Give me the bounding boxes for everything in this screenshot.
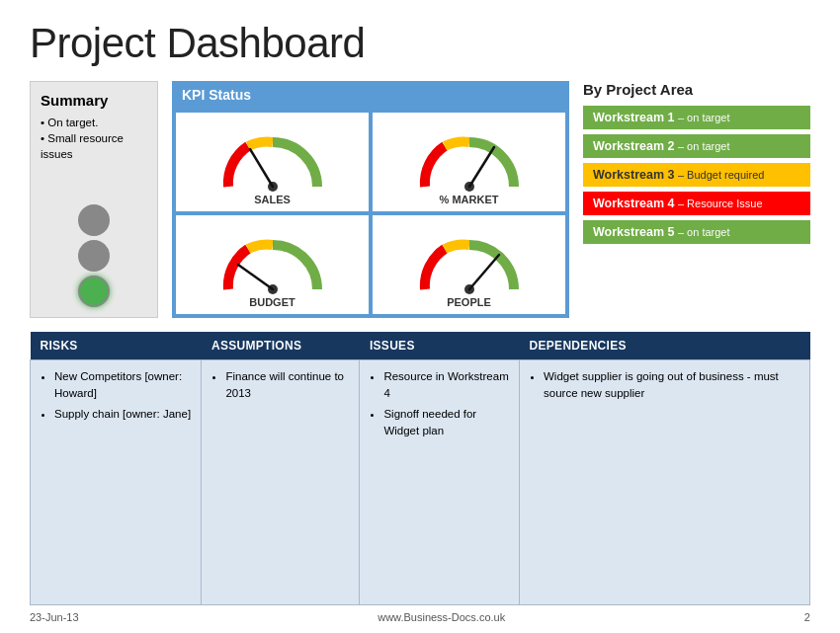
footer: 23-Jun-13 www.Business-Docs.co.uk 2 xyxy=(30,605,810,623)
summary-box: Summary • On target. • Small resource is… xyxy=(30,81,158,318)
footer-website: www.Business-Docs.co.uk xyxy=(378,611,505,623)
table-row: New Competitors [owner: Howard] Supply c… xyxy=(31,360,810,605)
ws3-status: – Budget required xyxy=(678,169,764,181)
ws5-name: Workstream 5 xyxy=(593,225,678,239)
ws3-name: Workstream 3 xyxy=(593,168,678,182)
gauge-budget-svg xyxy=(218,230,327,294)
traffic-light xyxy=(41,204,147,307)
gauge-people-svg xyxy=(415,230,524,294)
ws4-name: Workstream 4 xyxy=(593,197,678,210)
kpi-box: KPI Status SALES xyxy=(172,81,569,318)
project-area-box: By Project Area Workstream 1 – on target… xyxy=(583,81,810,318)
ws1-name: Workstream 1 xyxy=(593,111,678,124)
gauge-market-svg xyxy=(415,127,524,192)
workstream-4: Workstream 4 – Resource Issue xyxy=(583,192,810,215)
traffic-light-green xyxy=(78,276,110,307)
ws1-status: – on target xyxy=(678,112,730,123)
gauge-sales: SALES xyxy=(176,113,369,211)
th-risks: RISKS xyxy=(31,332,202,360)
traffic-light-red xyxy=(78,204,110,236)
svg-line-7 xyxy=(469,255,499,289)
footer-date: 23-Jun-13 xyxy=(30,611,79,623)
ws2-name: Workstream 2 xyxy=(593,139,678,153)
footer-page: 2 xyxy=(804,611,810,623)
td-risks: New Competitors [owner: Howard] Supply c… xyxy=(31,360,202,605)
traffic-light-yellow xyxy=(78,240,110,272)
th-assumptions: ASSUMPTIONS xyxy=(202,332,360,360)
workstream-3: Workstream 3 – Budget required xyxy=(583,163,810,187)
workstream-list: Workstream 1 – on target Workstream 2 – … xyxy=(583,106,810,244)
page: Project Dashboard Summary • On target. •… xyxy=(0,0,840,633)
th-dependencies: DEPENDENCIES xyxy=(520,332,810,360)
project-area-title: By Project Area xyxy=(583,81,810,98)
svg-line-1 xyxy=(250,149,273,187)
gauge-market: % MARKET xyxy=(373,113,565,211)
bottom-table: RISKS ASSUMPTIONS ISSUES DEPENDENCIES Ne… xyxy=(30,332,810,605)
summary-title: Summary xyxy=(41,92,147,109)
gauge-people: PEOPLE xyxy=(373,215,565,314)
gauge-market-label: % MARKET xyxy=(440,194,499,205)
page-title: Project Dashboard xyxy=(30,20,810,67)
table-header-row: RISKS ASSUMPTIONS ISSUES DEPENDENCIES xyxy=(31,332,810,360)
gauge-people-label: PEOPLE xyxy=(447,296,491,308)
top-section: Summary • On target. • Small resource is… xyxy=(30,81,810,318)
kpi-gauges: SALES % MARKET xyxy=(172,109,569,318)
td-issues: Resource in Workstream 4 Signoff needed … xyxy=(360,360,520,605)
summary-text: • On target. • Small resource issues xyxy=(41,115,147,162)
ws4-status: – Resource Issue xyxy=(678,198,763,209)
workstream-2: Workstream 2 – on target xyxy=(583,134,810,158)
gauge-budget: BUDGET xyxy=(176,215,369,314)
gauge-sales-label: SALES xyxy=(254,194,291,205)
ws2-status: – on target xyxy=(678,140,730,152)
th-issues: ISSUES xyxy=(360,332,520,360)
gauge-budget-label: BUDGET xyxy=(249,296,294,308)
svg-line-5 xyxy=(238,265,273,289)
workstream-1: Workstream 1 – on target xyxy=(583,106,810,129)
gauge-sales-svg xyxy=(218,127,327,192)
ws5-status: – on target xyxy=(678,226,730,238)
workstream-5: Workstream 5 – on target xyxy=(583,220,810,244)
td-dependencies: Widget supplier is going out of business… xyxy=(520,360,810,605)
td-assumptions: Finance will continue to 2013 xyxy=(202,360,360,605)
kpi-header: KPI Status xyxy=(172,81,569,109)
svg-line-3 xyxy=(469,147,494,187)
